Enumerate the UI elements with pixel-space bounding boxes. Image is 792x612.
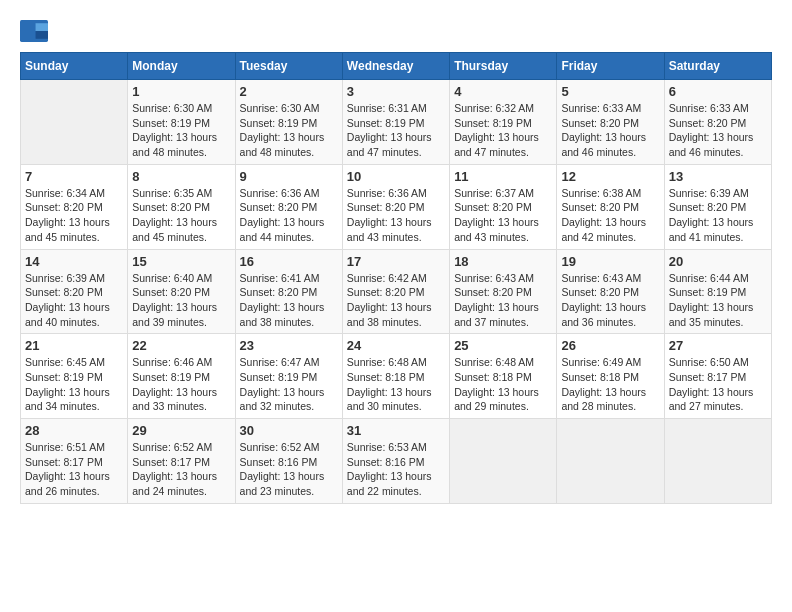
calendar-cell — [450, 419, 557, 504]
day-number: 14 — [25, 254, 123, 269]
calendar-cell: 3Sunrise: 6:31 AMSunset: 8:19 PMDaylight… — [342, 80, 449, 165]
calendar-cell: 4Sunrise: 6:32 AMSunset: 8:19 PMDaylight… — [450, 80, 557, 165]
day-number: 3 — [347, 84, 445, 99]
day-header-tuesday: Tuesday — [235, 53, 342, 80]
day-info: Sunrise: 6:43 AMSunset: 8:20 PMDaylight:… — [454, 271, 552, 330]
calendar-cell: 29Sunrise: 6:52 AMSunset: 8:17 PMDayligh… — [128, 419, 235, 504]
calendar-header-row: SundayMondayTuesdayWednesdayThursdayFrid… — [21, 53, 772, 80]
day-info: Sunrise: 6:31 AMSunset: 8:19 PMDaylight:… — [347, 101, 445, 160]
calendar-week-row: 28Sunrise: 6:51 AMSunset: 8:17 PMDayligh… — [21, 419, 772, 504]
day-number: 4 — [454, 84, 552, 99]
day-info: Sunrise: 6:37 AMSunset: 8:20 PMDaylight:… — [454, 186, 552, 245]
day-info: Sunrise: 6:33 AMSunset: 8:20 PMDaylight:… — [561, 101, 659, 160]
day-info: Sunrise: 6:39 AMSunset: 8:20 PMDaylight:… — [669, 186, 767, 245]
day-number: 30 — [240, 423, 338, 438]
calendar-cell: 14Sunrise: 6:39 AMSunset: 8:20 PMDayligh… — [21, 249, 128, 334]
day-info: Sunrise: 6:36 AMSunset: 8:20 PMDaylight:… — [240, 186, 338, 245]
calendar-cell: 15Sunrise: 6:40 AMSunset: 8:20 PMDayligh… — [128, 249, 235, 334]
calendar-week-row: 14Sunrise: 6:39 AMSunset: 8:20 PMDayligh… — [21, 249, 772, 334]
day-number: 21 — [25, 338, 123, 353]
calendar-cell: 27Sunrise: 6:50 AMSunset: 8:17 PMDayligh… — [664, 334, 771, 419]
day-info: Sunrise: 6:45 AMSunset: 8:19 PMDaylight:… — [25, 355, 123, 414]
day-number: 31 — [347, 423, 445, 438]
calendar-cell: 5Sunrise: 6:33 AMSunset: 8:20 PMDaylight… — [557, 80, 664, 165]
calendar-cell: 1Sunrise: 6:30 AMSunset: 8:19 PMDaylight… — [128, 80, 235, 165]
day-number: 11 — [454, 169, 552, 184]
day-info: Sunrise: 6:52 AMSunset: 8:17 PMDaylight:… — [132, 440, 230, 499]
calendar-cell: 13Sunrise: 6:39 AMSunset: 8:20 PMDayligh… — [664, 164, 771, 249]
calendar-cell: 22Sunrise: 6:46 AMSunset: 8:19 PMDayligh… — [128, 334, 235, 419]
day-number: 7 — [25, 169, 123, 184]
calendar-table: SundayMondayTuesdayWednesdayThursdayFrid… — [20, 52, 772, 504]
day-number: 6 — [669, 84, 767, 99]
calendar-cell — [21, 80, 128, 165]
logo — [20, 20, 52, 42]
calendar-cell: 21Sunrise: 6:45 AMSunset: 8:19 PMDayligh… — [21, 334, 128, 419]
calendar-cell: 8Sunrise: 6:35 AMSunset: 8:20 PMDaylight… — [128, 164, 235, 249]
day-header-thursday: Thursday — [450, 53, 557, 80]
day-header-monday: Monday — [128, 53, 235, 80]
day-number: 19 — [561, 254, 659, 269]
calendar-cell: 16Sunrise: 6:41 AMSunset: 8:20 PMDayligh… — [235, 249, 342, 334]
day-number: 18 — [454, 254, 552, 269]
day-info: Sunrise: 6:35 AMSunset: 8:20 PMDaylight:… — [132, 186, 230, 245]
logo-icon — [20, 20, 48, 42]
calendar-cell: 2Sunrise: 6:30 AMSunset: 8:19 PMDaylight… — [235, 80, 342, 165]
calendar-cell: 28Sunrise: 6:51 AMSunset: 8:17 PMDayligh… — [21, 419, 128, 504]
calendar-cell: 23Sunrise: 6:47 AMSunset: 8:19 PMDayligh… — [235, 334, 342, 419]
day-number: 13 — [669, 169, 767, 184]
day-info: Sunrise: 6:51 AMSunset: 8:17 PMDaylight:… — [25, 440, 123, 499]
day-number: 22 — [132, 338, 230, 353]
day-number: 16 — [240, 254, 338, 269]
calendar-cell: 11Sunrise: 6:37 AMSunset: 8:20 PMDayligh… — [450, 164, 557, 249]
day-info: Sunrise: 6:38 AMSunset: 8:20 PMDaylight:… — [561, 186, 659, 245]
day-number: 1 — [132, 84, 230, 99]
day-number: 17 — [347, 254, 445, 269]
day-info: Sunrise: 6:46 AMSunset: 8:19 PMDaylight:… — [132, 355, 230, 414]
day-info: Sunrise: 6:32 AMSunset: 8:19 PMDaylight:… — [454, 101, 552, 160]
calendar-week-row: 21Sunrise: 6:45 AMSunset: 8:19 PMDayligh… — [21, 334, 772, 419]
svg-marker-2 — [36, 31, 48, 39]
day-number: 10 — [347, 169, 445, 184]
day-info: Sunrise: 6:50 AMSunset: 8:17 PMDaylight:… — [669, 355, 767, 414]
day-info: Sunrise: 6:41 AMSunset: 8:20 PMDaylight:… — [240, 271, 338, 330]
calendar-cell: 31Sunrise: 6:53 AMSunset: 8:16 PMDayligh… — [342, 419, 449, 504]
day-number: 25 — [454, 338, 552, 353]
day-number: 27 — [669, 338, 767, 353]
calendar-cell: 25Sunrise: 6:48 AMSunset: 8:18 PMDayligh… — [450, 334, 557, 419]
day-header-wednesday: Wednesday — [342, 53, 449, 80]
day-info: Sunrise: 6:36 AMSunset: 8:20 PMDaylight:… — [347, 186, 445, 245]
calendar-cell — [557, 419, 664, 504]
calendar-cell — [664, 419, 771, 504]
day-info: Sunrise: 6:52 AMSunset: 8:16 PMDaylight:… — [240, 440, 338, 499]
day-number: 12 — [561, 169, 659, 184]
day-number: 24 — [347, 338, 445, 353]
day-info: Sunrise: 6:49 AMSunset: 8:18 PMDaylight:… — [561, 355, 659, 414]
day-info: Sunrise: 6:47 AMSunset: 8:19 PMDaylight:… — [240, 355, 338, 414]
day-number: 9 — [240, 169, 338, 184]
day-number: 8 — [132, 169, 230, 184]
day-info: Sunrise: 6:48 AMSunset: 8:18 PMDaylight:… — [347, 355, 445, 414]
day-info: Sunrise: 6:30 AMSunset: 8:19 PMDaylight:… — [132, 101, 230, 160]
day-number: 15 — [132, 254, 230, 269]
calendar-cell: 6Sunrise: 6:33 AMSunset: 8:20 PMDaylight… — [664, 80, 771, 165]
calendar-cell: 24Sunrise: 6:48 AMSunset: 8:18 PMDayligh… — [342, 334, 449, 419]
page-header — [20, 20, 772, 42]
day-number: 20 — [669, 254, 767, 269]
day-info: Sunrise: 6:40 AMSunset: 8:20 PMDaylight:… — [132, 271, 230, 330]
day-number: 5 — [561, 84, 659, 99]
calendar-cell: 30Sunrise: 6:52 AMSunset: 8:16 PMDayligh… — [235, 419, 342, 504]
day-number: 29 — [132, 423, 230, 438]
day-header-sunday: Sunday — [21, 53, 128, 80]
calendar-cell: 18Sunrise: 6:43 AMSunset: 8:20 PMDayligh… — [450, 249, 557, 334]
day-number: 26 — [561, 338, 659, 353]
day-info: Sunrise: 6:48 AMSunset: 8:18 PMDaylight:… — [454, 355, 552, 414]
day-number: 23 — [240, 338, 338, 353]
day-info: Sunrise: 6:44 AMSunset: 8:19 PMDaylight:… — [669, 271, 767, 330]
calendar-week-row: 1Sunrise: 6:30 AMSunset: 8:19 PMDaylight… — [21, 80, 772, 165]
calendar-cell: 7Sunrise: 6:34 AMSunset: 8:20 PMDaylight… — [21, 164, 128, 249]
day-info: Sunrise: 6:30 AMSunset: 8:19 PMDaylight:… — [240, 101, 338, 160]
calendar-cell: 12Sunrise: 6:38 AMSunset: 8:20 PMDayligh… — [557, 164, 664, 249]
calendar-week-row: 7Sunrise: 6:34 AMSunset: 8:20 PMDaylight… — [21, 164, 772, 249]
calendar-cell: 20Sunrise: 6:44 AMSunset: 8:19 PMDayligh… — [664, 249, 771, 334]
